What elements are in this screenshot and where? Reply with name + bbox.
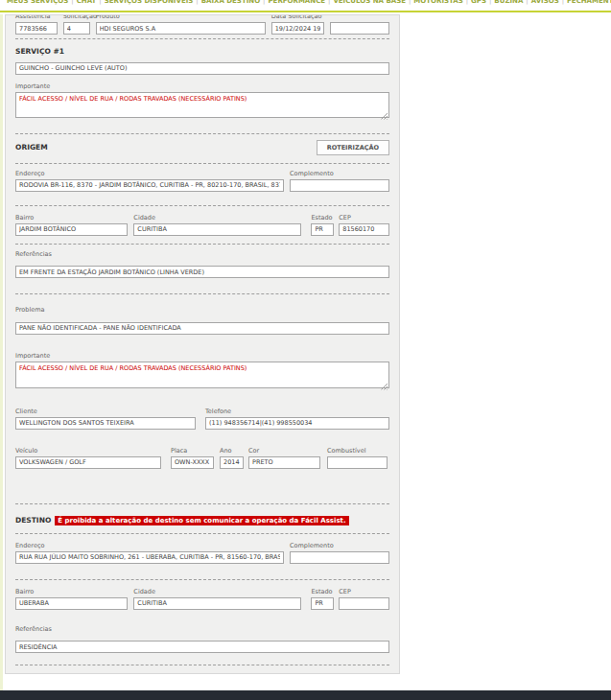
data-solicitacao-label: Data Solicitação [271, 14, 325, 20]
origem-title: ORIGEM [15, 143, 48, 152]
origem-cidade-input[interactable] [133, 223, 301, 236]
cor-input[interactable] [248, 456, 320, 469]
placa-input[interactable] [171, 456, 214, 469]
menu-item-meus-servicos[interactable]: MEUS SERVIÇOS [4, 0, 71, 5]
destino-endereco-row: Endereço Complemento [15, 542, 389, 564]
destino-bairro-row: Bairro Cidade Estado CEP [15, 588, 389, 610]
placa-label: Placa [171, 447, 214, 455]
separator [15, 503, 389, 504]
veiculo-input[interactable] [15, 456, 161, 469]
destino-warning-badge: É proibida a alteração de destino sem co… [55, 516, 348, 525]
produto-input[interactable] [96, 22, 266, 35]
servico-importante-wrap: FÁCIL ACESSO / NÍVEL DE RUA / RODAS TRAV… [15, 92, 389, 122]
destino-cep-input[interactable] [339, 597, 389, 610]
cliente-input[interactable] [15, 417, 196, 430]
menu-item-servicos-disponiveis[interactable]: SERVIÇOS DISPONÍVEIS [102, 0, 197, 5]
ano-label: Ano [220, 447, 244, 455]
origem-bairro-row: Bairro Cidade Estado CEP [15, 214, 389, 236]
destino-title: DESTINO [15, 516, 51, 525]
destino-header-row: DESTINO É proibida a alteração de destin… [15, 516, 389, 525]
destino-bairro-input[interactable] [15, 597, 128, 610]
separator [15, 163, 389, 164]
menu-item-motoristas[interactable]: MOTORISTAS [411, 0, 465, 5]
produto-label: Produto [96, 14, 266, 20]
page-left-strip [0, 14, 3, 691]
cliente-label: Cliente [15, 408, 196, 415]
solicitacao-label: Solicitação [63, 14, 90, 20]
origem-complemento-label: Complemento [290, 170, 389, 177]
origem-endereco-input[interactable] [15, 179, 284, 192]
origem-cep-input[interactable] [339, 223, 389, 236]
menu-item-veiculos-na-base[interactable]: VEÍCULOS NA BASE [330, 0, 409, 5]
top-menu-bar: MEUS SERVIÇOS| CHAT| SERVIÇOS DISPONÍVEI… [0, 0, 611, 12]
identification-row: Assistência Solicitação Produto Data Sol… [15, 14, 389, 35]
origem-referencias-label: Referências [15, 250, 389, 258]
combustivel-input[interactable] [327, 456, 388, 469]
servico-title: SERVIÇO #1 [15, 47, 389, 56]
separator [15, 579, 389, 580]
destino-cidade-label: Cidade [133, 588, 301, 595]
destino-estado-label: Estado [311, 588, 334, 595]
origem-endereco-row: Endereço Complemento [15, 170, 389, 192]
combustivel-label: Combustível [327, 447, 388, 455]
cor-label: Cor [248, 447, 320, 455]
problema-label: Problema [15, 306, 389, 314]
servico-importante-textarea[interactable]: FÁCIL ACESSO / NÍVEL DE RUA / RODAS TRAV… [15, 92, 389, 118]
menu-item-baixa-destino[interactable]: BAIXA DESTINO [199, 0, 263, 5]
assistencia-label: Assistência [15, 14, 58, 20]
destino-cidade-input[interactable] [133, 597, 301, 610]
solicitacao-input[interactable] [63, 22, 90, 35]
roteirizacao-button[interactable]: ROTEIRIZAÇÃO [317, 140, 389, 155]
telefone-input[interactable] [205, 417, 389, 430]
servico-importante-label: Importante [15, 82, 389, 90]
menu-item-performance[interactable]: PERFORMANCE [265, 0, 328, 5]
destino-endereco-label: Endereço [15, 542, 284, 549]
service-detail-panel: Assistência Solicitação Produto Data Sol… [5, 14, 400, 674]
origem-complemento-input[interactable] [290, 179, 389, 192]
separator [15, 38, 389, 39]
veiculo-row: Veículo Placa Ano Cor Combustível [15, 447, 389, 469]
problema-input[interactable] [15, 322, 389, 335]
importante2-label: Importante [15, 352, 389, 360]
destino-referencias-label: Referências [15, 625, 389, 633]
importante2-textarea[interactable]: FÁCIL ACESSO / NÍVEL DE RUA / RODAS TRAV… [15, 362, 389, 388]
destino-cep-label: CEP [339, 588, 389, 595]
destino-complemento-label: Complemento [290, 542, 389, 549]
top-menu: MEUS SERVIÇOS| CHAT| SERVIÇOS DISPONÍVEI… [0, 0, 611, 5]
destino-estado-input[interactable] [311, 597, 334, 610]
separator [15, 205, 389, 206]
assistencia-input[interactable] [15, 22, 58, 35]
origem-referencias-input[interactable] [15, 266, 389, 278]
origem-bairro-label: Bairro [15, 214, 128, 222]
destino-bairro-label: Bairro [15, 588, 128, 595]
servico-tipo-input[interactable] [15, 62, 389, 75]
destino-endereco-input[interactable] [15, 551, 284, 564]
destino-complemento-input[interactable] [290, 551, 389, 564]
telefone-label: Telefone [205, 408, 389, 415]
veiculo-label: Veículo [15, 447, 161, 455]
destino-referencias-input[interactable] [15, 641, 389, 653]
origem-endereco-label: Endereço [15, 170, 284, 177]
menu-item-gps[interactable]: GPS [468, 0, 489, 5]
menu-item-buzina[interactable]: BUZINA [491, 0, 526, 5]
separator [15, 665, 389, 665]
ano-input[interactable] [220, 456, 244, 469]
menu-item-fechamento[interactable]: FECHAMENTO [564, 0, 611, 5]
footer-bar [0, 690, 611, 700]
origem-bairro-input[interactable] [15, 223, 128, 236]
origem-cidade-label: Cidade [133, 214, 301, 222]
menu-item-chat[interactable]: CHAT [74, 0, 100, 5]
origem-estado-label: Estado [311, 214, 334, 222]
origem-cep-label: CEP [339, 214, 389, 222]
separator [15, 133, 389, 134]
importante2-wrap: FÁCIL ACESSO / NÍVEL DE RUA / RODAS TRAV… [15, 362, 389, 392]
separator [15, 293, 389, 294]
cliente-row: Cliente Telefone [15, 408, 389, 430]
extra-input[interactable] [330, 22, 389, 35]
menu-item-avisos[interactable]: AVISOS [529, 0, 562, 5]
separator [15, 244, 389, 245]
origem-header-row: ORIGEM ROTEIRIZAÇÃO [15, 140, 389, 155]
origem-estado-input[interactable] [311, 223, 334, 236]
extra-label [330, 14, 389, 20]
data-solicitacao-input[interactable] [271, 22, 325, 35]
